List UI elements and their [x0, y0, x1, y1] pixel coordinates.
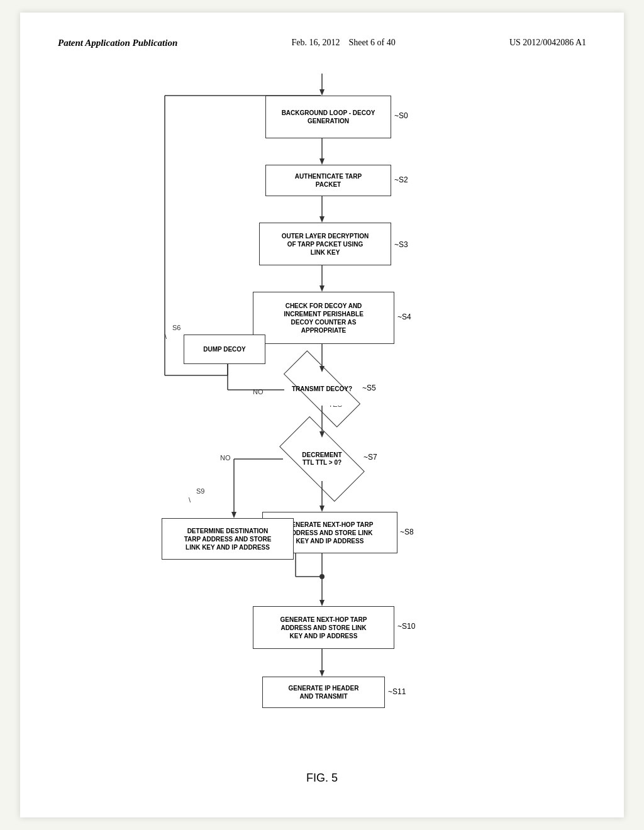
node-S10: GENERATE NEXT-HOP TARPADDRESS AND STORE …	[253, 606, 394, 649]
svg-marker-5	[319, 216, 325, 223]
label-S11: ~S11	[388, 687, 406, 696]
node-S6: DUMP DECOY	[184, 335, 265, 364]
node-S11-label: GENERATE IP HEADERAND TRANSMIT	[289, 684, 359, 700]
node-S7-label: DECREMENTTTL TTL > 0?	[302, 451, 341, 467]
label-S2: ~S2	[394, 175, 408, 184]
svg-text:NO: NO	[220, 454, 231, 462]
header-date: Feb. 16, 2012	[291, 38, 340, 47]
node-S11: GENERATE IP HEADERAND TRANSMIT	[262, 677, 385, 708]
svg-marker-3	[319, 158, 325, 165]
node-S4: CHECK FOR DECOY ANDINCREMENT PERISHABLED…	[253, 292, 394, 344]
node-S0: BACKGROUND LOOP - DECOYGENERATION	[265, 96, 391, 138]
node-S7: DECREMENTTTL TTL > 0?	[283, 438, 361, 480]
label-S3: ~S3	[394, 240, 408, 249]
svg-text:\: \	[189, 496, 191, 504]
flowchart-wrapper: YES NO S6 \ YES NO	[127, 74, 517, 765]
node-S3: OUTER LAYER DECRYPTIONOF TARP PACKET USI…	[259, 223, 391, 265]
svg-marker-25	[231, 512, 236, 518]
node-S6-label: DUMP DECOY	[203, 345, 246, 353]
svg-text:NO: NO	[253, 388, 264, 396]
patent-number: US 2012/0042086 A1	[509, 38, 586, 48]
node-S10-label: GENERATE NEXT-HOP TARPADDRESS AND STORE …	[280, 616, 367, 640]
node-S4-label: CHECK FOR DECOY ANDINCREMENT PERISHABLED…	[284, 302, 364, 335]
svg-text:S9: S9	[196, 487, 204, 495]
svg-marker-7	[319, 285, 325, 292]
label-S8: ~S8	[400, 528, 414, 536]
svg-marker-1	[319, 89, 325, 96]
header-sheet: Sheet 6 of 40	[348, 38, 395, 47]
node-S3-label: OUTER LAYER DECRYPTIONOF TARP PACKET USI…	[282, 232, 369, 257]
node-S2: AUTHENTICATE TARPPACKET	[265, 165, 391, 196]
svg-marker-33	[319, 600, 325, 606]
node-S2-label: AUTHENTICATE TARPPACKET	[295, 172, 362, 189]
node-S8-label: GENERATE NEXT-HOP TARPADDRESS AND STORE …	[287, 521, 374, 545]
label-S10: ~S10	[397, 622, 415, 631]
svg-point-31	[319, 574, 325, 579]
svg-text:S6: S6	[172, 324, 180, 331]
label-S4: ~S4	[397, 313, 411, 321]
diagram-container: YES NO S6 \ YES NO	[58, 74, 586, 785]
svg-text:\: \	[165, 333, 167, 340]
label-S7: ~S7	[364, 453, 377, 462]
node-S0-label: BACKGROUND LOOP - DECOYGENERATION	[282, 109, 375, 125]
node-S9-label: DETERMINE DESTINATIONTARP ADDRESS AND ST…	[184, 527, 272, 551]
page-header: Patent Application Publication Feb. 16, …	[58, 38, 586, 48]
label-S0: ~S0	[394, 111, 408, 120]
label-S5: ~S5	[362, 384, 376, 392]
svg-marker-21	[319, 506, 325, 512]
svg-marker-35	[319, 670, 325, 677]
node-S9: DETERMINE DESTINATIONTARP ADDRESS AND ST…	[162, 518, 294, 560]
header-sheet-info: Feb. 16, 2012 Sheet 6 of 40	[291, 38, 395, 48]
patent-page: Patent Application Publication Feb. 16, …	[20, 13, 624, 817]
publication-title: Patent Application Publication	[58, 38, 177, 48]
node-S5: TRANSMIT DECOY?	[284, 372, 360, 406]
figure-label: FIG. 5	[306, 772, 338, 785]
node-S5-label: TRANSMIT DECOY?	[292, 385, 352, 393]
